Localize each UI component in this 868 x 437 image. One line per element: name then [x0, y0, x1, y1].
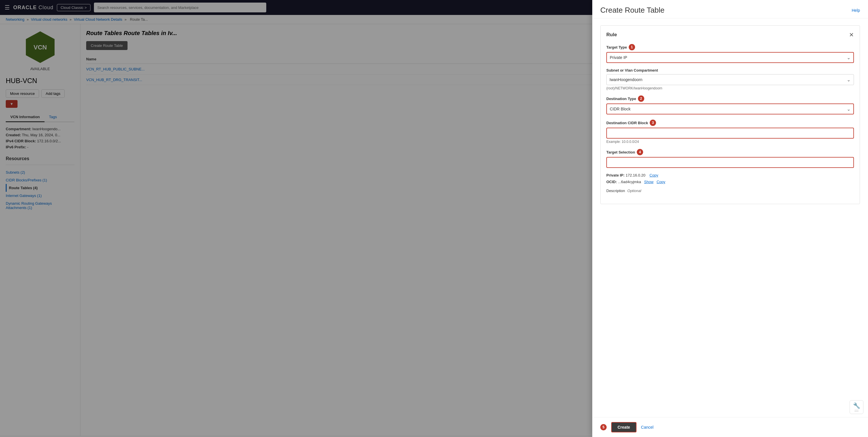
- step-1-badge: 1: [629, 44, 635, 50]
- subnet-compartment-group: Subnet or Vlan Compartment IwanHoogendoo…: [606, 68, 854, 90]
- show-ocid-button[interactable]: Show: [644, 180, 654, 184]
- subnet-compartment-hint: (root)/NETWORK/IwanHoogendoorn: [606, 86, 854, 90]
- destination-type-label: Destination Type 2: [606, 95, 854, 102]
- step-4-badge: 4: [637, 149, 643, 155]
- modal-help-link[interactable]: Help: [851, 8, 860, 13]
- modal-overlay: Create Route Table Help Rule ✕ Target Ty…: [0, 0, 868, 437]
- subnet-compartment-label: Subnet or Vlan Compartment: [606, 68, 854, 72]
- target-selection-label: Target Selection 4: [606, 149, 854, 155]
- modal-title-bar: Create Route Table Help: [592, 0, 868, 19]
- destination-cidr-input[interactable]: 172.16.3.0/24: [606, 128, 854, 139]
- rule-header: Rule ✕: [606, 31, 854, 38]
- step-5-badge: 5: [600, 424, 607, 430]
- destination-type-group: Destination Type 2 CIDR Block: [606, 95, 854, 114]
- description-label: Description Optional: [606, 188, 854, 193]
- destination-cidr-hint: Example: 10.0.0.0/24: [606, 140, 854, 144]
- rule-section: Rule ✕ Target Type 1 Private IP: [600, 25, 860, 204]
- modal-footer: 5 Create Cancel: [592, 417, 868, 437]
- target-type-select[interactable]: Private IP: [606, 52, 854, 63]
- optional-text: Optional: [627, 188, 641, 193]
- help-widget[interactable]: 🔧 :::::: [849, 400, 863, 414]
- target-selection-group: Target Selection 4 172.16.0.20: [606, 149, 854, 168]
- step-2-badge: 2: [638, 95, 644, 102]
- create-button[interactable]: Create: [611, 422, 637, 432]
- target-type-label: Target Type 1: [606, 44, 854, 50]
- destination-cidr-label: Destination CIDR Block 3: [606, 120, 854, 126]
- modal-title: Create Route Table: [600, 6, 664, 14]
- copy-private-ip-button[interactable]: Copy: [649, 173, 658, 177]
- destination-cidr-group: Destination CIDR Block 3 172.16.3.0/24 E…: [606, 120, 854, 144]
- destination-type-select[interactable]: CIDR Block: [606, 104, 854, 114]
- description-group: Description Optional: [606, 188, 854, 193]
- modal-body: Rule ✕ Target Type 1 Private IP: [592, 19, 868, 417]
- target-type-group: Target Type 1 Private IP: [606, 44, 854, 63]
- copy-ocid-button[interactable]: Copy: [657, 180, 665, 184]
- rule-close-button[interactable]: ✕: [849, 31, 854, 38]
- modal-panel: Create Route Table Help Rule ✕ Target Ty…: [592, 0, 868, 437]
- subnet-compartment-select[interactable]: IwanHoogendoorn: [606, 74, 854, 85]
- rule-title: Rule: [606, 32, 617, 38]
- private-ip-info: Private IP: 172.16.0.20 Copy OCID: ...6a…: [606, 173, 854, 184]
- cancel-button[interactable]: Cancel: [641, 425, 654, 430]
- target-selection-input[interactable]: 172.16.0.20: [606, 157, 854, 168]
- step-3-badge: 3: [650, 120, 656, 126]
